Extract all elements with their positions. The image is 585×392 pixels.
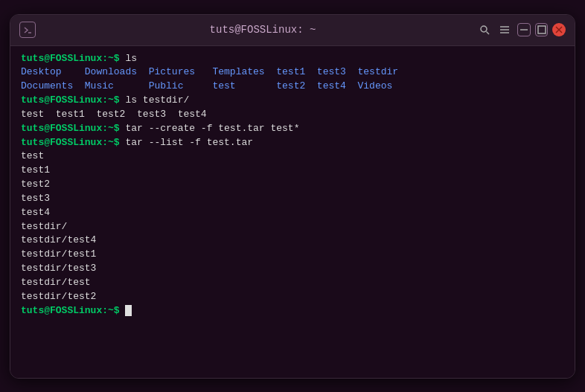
terminal-icon — [19, 22, 36, 38]
cmd-7: tar --list -f test.tar — [125, 137, 253, 148]
prompt-7: tuts@FOSSLinux:~$ — [21, 137, 125, 148]
svg-point-1 — [481, 26, 487, 32]
ls-row2: Documents Music Public test test2 test4 … — [21, 80, 564, 94]
cmd-4: ls testdir/ — [125, 94, 189, 106]
ls-row1: Desktop Downloads Pictures Templates tes… — [21, 65, 564, 80]
tar-out-3: test2 — [21, 178, 564, 192]
title-bar: tuts@FOSSLinux: ~ — [10, 15, 575, 46]
prompt-4: tuts@FOSSLinux:~$ — [21, 94, 125, 106]
cmd-1: ls — [125, 53, 137, 64]
tar-out-6: testdir/ — [21, 220, 564, 234]
search-button[interactable] — [476, 22, 493, 38]
menu-button[interactable] — [497, 22, 514, 38]
cmd-6: tar --create -f test.tar test* — [125, 123, 299, 134]
window-title: tuts@FOSSLinux: ~ — [49, 24, 476, 36]
final-prompt: tuts@FOSSLinux:~$ — [21, 305, 125, 316]
line-4: tuts@FOSSLinux:~$ ls testdir/ — [21, 94, 564, 108]
line-7: tuts@FOSSLinux:~$ tar --list -f test.tar — [21, 136, 564, 150]
title-bar-left — [19, 22, 49, 38]
terminal-body[interactable]: tuts@FOSSLinux:~$ ls Desktop Downloads P… — [10, 46, 575, 378]
window-controls — [476, 22, 566, 38]
tar-out-11: testdir/test2 — [21, 290, 564, 304]
close-button[interactable] — [552, 23, 566, 36]
tar-out-5: test4 — [21, 206, 564, 220]
svg-rect-7 — [538, 26, 546, 33]
line-1: tuts@FOSSLinux:~$ ls — [21, 52, 564, 66]
maximize-button[interactable] — [535, 23, 549, 36]
cursor — [125, 305, 132, 316]
tar-out-9: testdir/test3 — [21, 262, 564, 276]
minimize-button[interactable] — [517, 23, 531, 36]
prompt-1: tuts@FOSSLinux:~$ — [21, 53, 125, 64]
final-prompt-line: tuts@FOSSLinux:~$ — [21, 304, 564, 318]
tar-out-10: testdir/test — [21, 276, 564, 290]
tar-out-8: testdir/test1 — [21, 248, 564, 262]
line-6: tuts@FOSSLinux:~$ tar --create -f test.t… — [21, 122, 564, 136]
line-5: test test1 test2 test3 test4 — [21, 108, 564, 122]
tar-out-1: test — [21, 150, 564, 164]
tar-out-2: test1 — [21, 164, 564, 178]
svg-line-2 — [486, 32, 489, 35]
terminal-window: tuts@FOSSLinux: ~ — [10, 14, 575, 379]
tar-out-4: test3 — [21, 192, 564, 206]
tar-out-7: testdir/test4 — [21, 234, 564, 248]
prompt-6: tuts@FOSSLinux:~$ — [21, 123, 125, 134]
